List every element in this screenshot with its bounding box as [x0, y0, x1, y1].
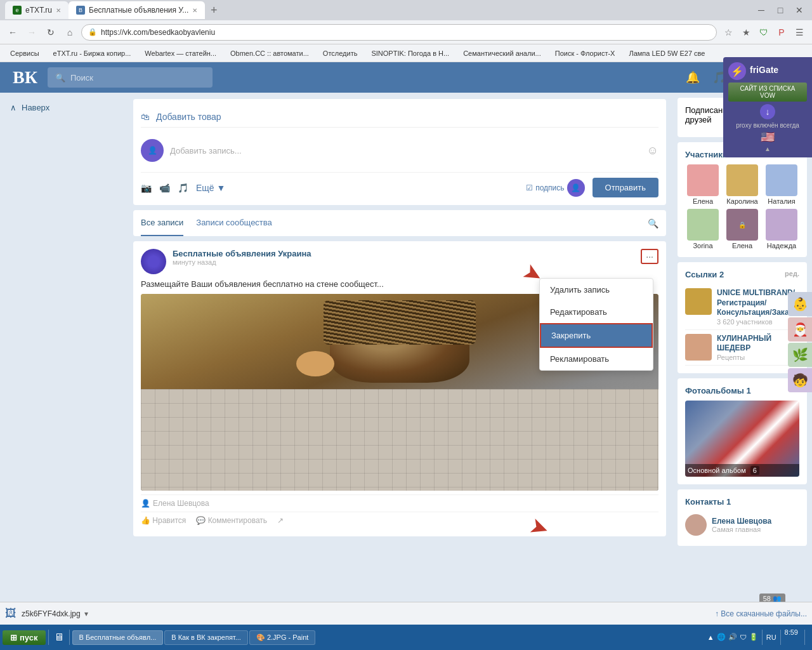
- member-item-natalia[interactable]: Наталия: [764, 164, 799, 205]
- bookmark-sinoptik[interactable]: SINOPTIK: Погода в Н...: [366, 48, 454, 58]
- forward-button[interactable]: →: [24, 25, 39, 40]
- vk-logo[interactable]: ВК: [13, 67, 37, 88]
- password-icon[interactable]: P: [774, 25, 789, 40]
- like-button[interactable]: 👍 Нравится: [141, 516, 186, 525]
- post-menu-button[interactable]: ···: [641, 249, 658, 264]
- clock-display[interactable]: 8:59: [785, 628, 798, 646]
- download-file-icon: 🖼: [5, 607, 16, 620]
- download-chevron-icon[interactable]: ▾: [84, 609, 88, 618]
- menu-edit[interactable]: Редактировать: [540, 301, 653, 323]
- camera-icon[interactable]: 📷: [141, 183, 152, 193]
- bookmark-track[interactable]: Отследить: [318, 48, 363, 58]
- member-item-nadezhda[interactable]: Надежда: [764, 209, 799, 249]
- taskbar-network-icon[interactable]: 🌐: [717, 633, 726, 641]
- show-desktop-btn[interactable]: [804, 630, 809, 645]
- thumb-2[interactable]: 🎅: [788, 317, 812, 342]
- bookmark-webartex[interactable]: Webartex — статейн...: [140, 48, 221, 58]
- menu-pin[interactable]: Закрепить: [540, 323, 653, 348]
- member-item-karolina[interactable]: Каролина: [724, 164, 760, 205]
- menu-advertise[interactable]: Рекламировать: [540, 348, 653, 370]
- new-tab-button[interactable]: +: [205, 1, 223, 19]
- close-button[interactable]: ✕: [792, 3, 807, 18]
- frigate-proxy-icon: ↓: [760, 104, 775, 119]
- home-button[interactable]: ⌂: [62, 25, 77, 40]
- start-icon: ⊞: [10, 633, 17, 642]
- tab-close-etxt[interactable]: ✕: [56, 7, 61, 14]
- lang-ru[interactable]: RU: [766, 633, 776, 641]
- frigate-site-button[interactable]: САЙТ ИЗ СПИСКА VOW: [728, 83, 807, 102]
- tab-vk[interactable]: В Бесплатные объявления У... ✕: [69, 1, 205, 19]
- add-product-button[interactable]: 🛍 Добавить товар: [141, 107, 658, 128]
- link-item-1[interactable]: UNICE MULTIBRAND/ Регистрация/ Консульта…: [685, 284, 799, 330]
- taskbar-antivirus-icon[interactable]: 🛡: [740, 633, 747, 641]
- albums-title-row: Фотоальбомы 1: [685, 386, 799, 395]
- frigate-arrow-icon[interactable]: ▲: [728, 145, 807, 152]
- taskbar-show-desktop[interactable]: 🖥: [51, 630, 67, 645]
- subscribe-checkbox[interactable]: ☑ подпись 👤: [526, 179, 584, 197]
- taskbar-btn-paint[interactable]: 🎨 2.JPG - Paint: [249, 630, 315, 645]
- video-icon[interactable]: 📹: [159, 183, 170, 193]
- taskbar-separator-2: [69, 630, 70, 645]
- tab-etxt[interactable]: e eTXT.ru ✕: [5, 1, 69, 19]
- taskbar-up-icon[interactable]: ▲: [707, 633, 714, 641]
- taskbar-battery-icon[interactable]: 🔋: [749, 633, 758, 641]
- taskbar-sound-icon[interactable]: 🔊: [728, 633, 737, 641]
- bookmark-services-label: Сервисы: [10, 50, 39, 57]
- member-name-3: Наталия: [768, 197, 795, 205]
- bookmark-etxt[interactable]: eTXT.ru - Биржа копир...: [48, 48, 136, 58]
- links-edit[interactable]: ред.: [785, 270, 799, 279]
- post-menu-container: ··· Удалить запись Редактировать Закрепи…: [641, 249, 658, 264]
- music-attach-icon[interactable]: 🎵: [178, 183, 188, 193]
- thumb-1[interactable]: 👶: [788, 292, 812, 316]
- contact-item-1[interactable]: Елена Шевцова Самая главная: [685, 512, 799, 538]
- nav-back-top[interactable]: ∧ Наверх: [10, 99, 117, 116]
- member-avatar-4: [687, 209, 719, 241]
- star-icon[interactable]: ☆: [721, 25, 736, 40]
- reload-button[interactable]: ↻: [43, 25, 58, 40]
- link-item-2[interactable]: КУЛИНАРНЫЙ ШЕДЕВР Рецепты: [685, 330, 799, 366]
- taskbar-btn-vk[interactable]: В Бесплатные объявл...: [72, 630, 164, 645]
- start-button[interactable]: ⊞ пуск: [3, 630, 46, 645]
- album-thumb[interactable]: Основной альбом 6: [685, 401, 799, 477]
- menu-icon[interactable]: ☰: [792, 25, 807, 40]
- album-count: 6: [750, 466, 759, 475]
- back-button[interactable]: ←: [5, 25, 20, 40]
- taskbar-separator-1: [48, 630, 49, 645]
- thumb-3[interactable]: 🌿: [788, 343, 812, 367]
- record-input[interactable]: Добавить запись...: [170, 146, 641, 156]
- tab-label-etxt: eTXT.ru: [25, 6, 52, 15]
- hedgehog-spikes: [324, 300, 476, 345]
- compose-avatar: 👤: [141, 139, 164, 162]
- thumb-4[interactable]: 🧒: [788, 368, 812, 392]
- bookmark-semantic[interactable]: Семантический анали...: [458, 48, 546, 58]
- member-item-elena2[interactable]: 🔒 Елена: [724, 209, 760, 249]
- tab-close-vk[interactable]: ✕: [192, 7, 197, 14]
- submit-button[interactable]: Отправить: [593, 178, 658, 197]
- more-icon[interactable]: Ещё ▼: [196, 183, 225, 193]
- member-item-elena[interactable]: Елена: [685, 164, 721, 205]
- bookmark-obmen[interactable]: Obmen.CC :: автомати...: [225, 48, 314, 58]
- all-downloads-link[interactable]: ↑ Все скачанные файлы...: [715, 609, 807, 618]
- vk-search-box[interactable]: 🔍 Поиск: [48, 67, 213, 88]
- minimize-button[interactable]: ─: [754, 3, 769, 18]
- shield-icon[interactable]: 🛡: [756, 25, 771, 40]
- maximize-button[interactable]: □: [773, 3, 788, 18]
- post-reactions: 👍 Нравится 💬 Комментировать ↗: [141, 512, 658, 529]
- taskbar-btn-howto[interactable]: В Как в ВК закрепят...: [164, 630, 248, 645]
- tab-all-posts[interactable]: Все записи: [141, 210, 183, 236]
- feed-search-icon[interactable]: 🔍: [648, 218, 658, 229]
- address-bar[interactable]: 🔒 https://vk.com/besedkaobyavleniu: [81, 24, 717, 41]
- member-item-zorina[interactable]: Зоrina: [685, 209, 721, 249]
- notifications-icon[interactable]: 🔔: [686, 70, 700, 84]
- post-author-name[interactable]: Бесплатные объявления Украина: [173, 249, 311, 258]
- tab-favicon-vk: В: [76, 6, 85, 15]
- bookmark-florist[interactable]: Поиск - Флорист-X: [550, 48, 620, 58]
- bookmark-lamp[interactable]: Лампа LED 5W E27 све: [624, 48, 710, 58]
- share-icon[interactable]: ↗: [277, 516, 284, 525]
- bookmark-services[interactable]: Сервисы: [5, 48, 44, 58]
- member-name-1: Елена: [693, 197, 713, 205]
- comment-button[interactable]: 💬 Комментировать: [196, 516, 267, 525]
- tab-community-posts[interactable]: Записи сообщества: [196, 210, 272, 236]
- star-filled-icon[interactable]: ★: [738, 25, 754, 40]
- menu-delete[interactable]: Удалить запись: [540, 279, 653, 301]
